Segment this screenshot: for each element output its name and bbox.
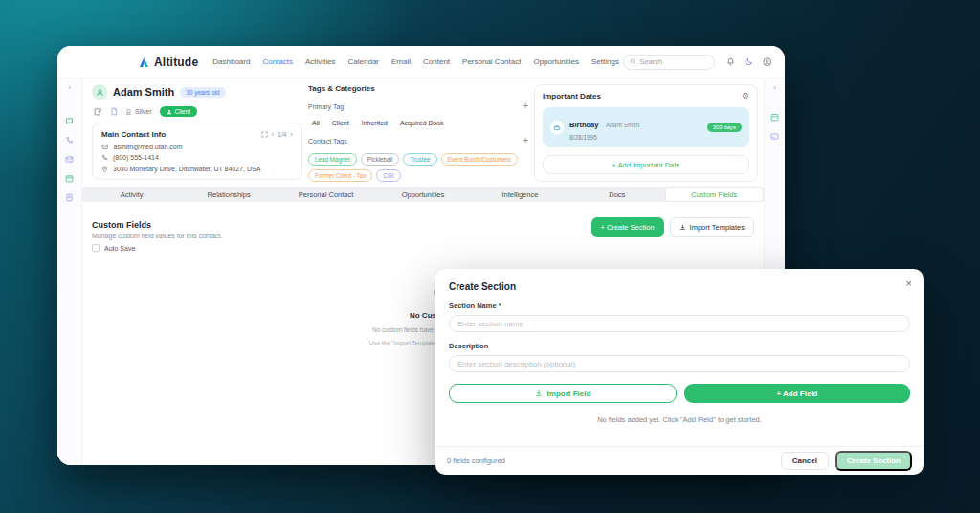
auto-save-toggle[interactable]: Auto Save [92, 244, 135, 252]
tag-pill[interactable]: Pickleball [361, 153, 400, 166]
tab-intelligence[interactable]: Intelligence [472, 188, 568, 201]
nav-content[interactable]: Content [423, 57, 450, 66]
contact-address: 3030 Monetary Drive, Ditchwater, UT 8402… [113, 166, 260, 172]
auto-save-label: Auto Save [104, 245, 135, 252]
filter-inherited[interactable]: Inherited [362, 120, 388, 126]
medal-icon [125, 108, 132, 116]
email-row[interactable]: asmith@med.utah.com [101, 144, 293, 150]
mail-icon[interactable] [65, 155, 74, 164]
download-icon [535, 390, 543, 397]
filter-client[interactable]: Client [332, 120, 349, 126]
nav-activities[interactable]: Activities [305, 57, 336, 66]
person-icon [96, 88, 104, 97]
nav-settings[interactable]: Settings [591, 57, 619, 66]
download-icon [679, 224, 686, 231]
primary-tag-label: Primary Tag [308, 103, 344, 110]
age-badge: 30 years old [180, 87, 225, 98]
custom-fields-title: Custom Fields [92, 220, 151, 230]
card-panel-icon[interactable] [770, 132, 779, 141]
rail-collapse-chevron-icon[interactable]: ‹ [773, 83, 776, 92]
chat-icon[interactable] [65, 117, 74, 125]
search-input[interactable]: Search [623, 55, 715, 70]
prev-contact-chevron-icon[interactable]: ‹ [272, 131, 275, 139]
tab-activity[interactable]: Activity [83, 188, 180, 201]
brand-name: Altitude [154, 56, 198, 69]
create-section-button[interactable]: + Create Section [591, 217, 664, 237]
tab-opportunities[interactable]: Opportunities [374, 188, 471, 201]
nav-dashboard[interactable]: Dashboard [212, 57, 250, 66]
contact-email: asmith@med.utah.com [114, 144, 183, 150]
section-name-input[interactable] [449, 315, 910, 332]
search-placeholder: Search [640, 57, 663, 66]
tag-pill[interactable]: Lead Magnet [308, 153, 357, 166]
add-field-button[interactable]: + Add Field [684, 384, 910, 403]
contact-tag-pills: Lead Magnet Pickleball Trustee Event Boo… [308, 153, 528, 182]
important-dates-section: Important Dates ⚙ Birthday [534, 84, 758, 182]
nav-contacts[interactable]: Contacts [262, 57, 293, 66]
tier-label: Silver [125, 108, 152, 116]
main-contact-info-card: Main Contact Info ‹ 1/4 › asmith@med.uta… [92, 123, 302, 180]
check-person-icon [167, 109, 172, 115]
calendar-panel-icon[interactable] [770, 113, 779, 122]
edit-pencil-icon[interactable] [94, 107, 102, 116]
phone-row[interactable]: (800) 555-1414 [101, 154, 293, 161]
info-card-title: Main Contact Info [101, 130, 166, 139]
contact-phone: (800) 555-1414 [113, 154, 159, 161]
expand-icon[interactable] [261, 131, 268, 138]
top-navbar: Altitude Dashboard Contacts Activities C… [57, 46, 785, 78]
nav-calendar[interactable]: Calendar [348, 57, 379, 66]
tag-pill[interactable]: Event Booth/Customers [441, 153, 519, 166]
nav-opportunities[interactable]: Opportunities [533, 57, 579, 66]
phone-icon[interactable] [65, 136, 74, 145]
add-important-date-button[interactable]: + Add Important Date [543, 155, 749, 174]
birthday-cake-icon [550, 121, 564, 134]
filter-all[interactable]: All [312, 120, 320, 126]
add-primary-tag-button[interactable]: + [523, 101, 528, 111]
tags-categories-section: Tags & Categories Primary Tag + All Clie… [308, 84, 528, 182]
bell-icon[interactable] [726, 57, 735, 66]
nav-personal-contact[interactable]: Personal Contact [462, 57, 521, 66]
birthday-entry[interactable]: Birthday Adam Smith 8/28/1995 303 days [543, 107, 749, 147]
tag-pill[interactable]: Trustee [403, 153, 436, 166]
auto-save-checkbox[interactable] [92, 244, 100, 252]
description-label: Description [449, 342, 910, 350]
altitude-logo-icon [138, 56, 150, 68]
filter-acquired-book[interactable]: Acquired Book [400, 120, 444, 126]
nav-email[interactable]: Email [391, 57, 411, 66]
modal-empty-hint: No fields added yet. Click "Add Field" t… [449, 415, 910, 424]
phone-icon [101, 154, 108, 161]
tab-relationships[interactable]: Relationships [180, 188, 277, 201]
tag-pill[interactable]: CGI [376, 169, 400, 182]
calendar-icon[interactable] [65, 174, 74, 183]
description-input[interactable] [449, 355, 910, 372]
modal-footer: 0 fields configured Cancel Create Sectio… [435, 446, 924, 475]
tag-filters: All Client Inherited Acquired Book [312, 120, 528, 126]
create-section-submit-button[interactable]: Create Section [835, 451, 912, 471]
address-row[interactable]: 3030 Monetary Drive, Ditchwater, UT 8402… [101, 166, 293, 173]
custom-fields-subtitle: Manage custom field values for this cont… [92, 233, 222, 239]
avatar [92, 84, 107, 100]
brand-logo[interactable]: Altitude [138, 56, 198, 69]
user-profile-icon[interactable] [763, 57, 772, 67]
next-contact-chevron-icon[interactable]: › [290, 131, 293, 139]
contact-tabs: Activity Relationships Personal Contact … [82, 187, 764, 202]
tab-personal-contact[interactable]: Personal Contact [278, 188, 374, 201]
rail-expand-chevron-icon[interactable]: › [68, 83, 71, 92]
import-templates-button[interactable]: Import Templates [670, 217, 754, 237]
modal-title: Create Section [449, 281, 910, 292]
tag-pill[interactable]: Former Client - Tax [308, 169, 372, 182]
dark-mode-moon-icon[interactable] [745, 57, 753, 66]
create-section-modal: Create Section × Section Name * Descript… [435, 269, 924, 475]
countdown-badge: 303 days [707, 123, 742, 132]
gear-icon[interactable]: ⚙ [742, 92, 749, 100]
contact-name: Adam Smith [113, 86, 174, 98]
tags-section-title: Tags & Categories [308, 84, 528, 93]
document-icon[interactable] [110, 107, 118, 116]
notes-icon[interactable] [65, 193, 74, 202]
cancel-button[interactable]: Cancel [781, 452, 829, 470]
tab-custom-fields[interactable]: Custom Fields [666, 188, 763, 201]
import-field-button[interactable]: Import Field [449, 384, 677, 403]
tab-docs[interactable]: Docs [568, 188, 665, 201]
close-icon[interactable]: × [906, 278, 912, 289]
add-contact-tag-button[interactable]: + [523, 136, 528, 145]
